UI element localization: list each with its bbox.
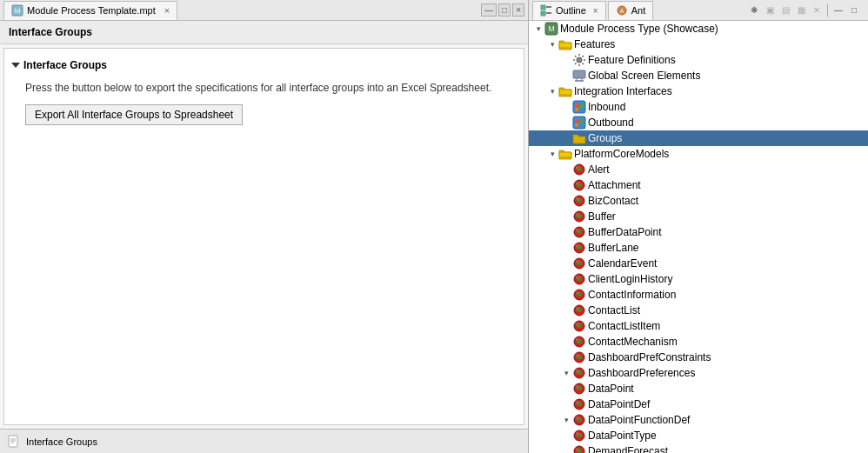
node-label-clientloginhistory: ClientLoginHistory bbox=[588, 273, 672, 285]
node-icon-datapointdef bbox=[572, 397, 586, 411]
tree-node-calendarevent[interactable]: CalendarEvent bbox=[529, 256, 868, 271]
tree-node-contactmechanism[interactable]: ContactMechanism bbox=[529, 334, 868, 350]
toolbar-minimize[interactable]: — bbox=[831, 3, 845, 17]
export-button[interactable]: Export All Interface Groups to Spreadshe… bbox=[25, 104, 243, 125]
tree-node-outbound[interactable]: Outbound bbox=[529, 115, 868, 130]
tree-node-contactinformation[interactable]: ContactInformation bbox=[529, 287, 868, 303]
node-icon-dashboardprefconstraints bbox=[572, 350, 586, 364]
tab-outline[interactable]: Outline × bbox=[532, 1, 606, 20]
collapse-icon-datapointfunctiondef[interactable]: ▾ bbox=[560, 414, 572, 426]
tree-node-features[interactable]: ▾ Features bbox=[529, 37, 868, 52]
svg-rect-53 bbox=[577, 292, 582, 296]
tree-node-bufferdatapoint[interactable]: BufferDataPoint bbox=[529, 224, 868, 240]
no-expand-groups bbox=[560, 132, 572, 144]
node-icon-feature-definitions bbox=[572, 53, 586, 67]
svg-rect-25 bbox=[580, 119, 583, 124]
tree-node-platformcoremodels[interactable]: ▾ PlatformCoreModels bbox=[529, 146, 868, 162]
tree-node-buffer[interactable]: Buffer bbox=[529, 209, 868, 224]
tree-node-dashboardpreferences[interactable]: ▾ DashboardPreferences bbox=[529, 365, 868, 381]
tree-node-bufferlane[interactable]: BufferLane bbox=[529, 240, 868, 256]
tree-node-integration-interfaces[interactable]: ▾ Integration Interfaces bbox=[529, 83, 868, 99]
svg-rect-50 bbox=[577, 276, 582, 281]
no-expand-alert bbox=[560, 163, 572, 176]
collapse-icon[interactable] bbox=[11, 63, 20, 68]
node-label-global-screen-elements: Global Screen Elements bbox=[588, 70, 700, 82]
collapse-icon-integration-interfaces[interactable]: ▾ bbox=[546, 85, 558, 97]
svg-text:M: M bbox=[15, 7, 21, 15]
tree-node-module-process-type[interactable]: ▾ M Module Process Type (Showcase) bbox=[529, 21, 868, 37]
toolbar-maximize[interactable]: □ bbox=[847, 3, 861, 17]
svg-rect-7 bbox=[541, 11, 545, 16]
svg-rect-15 bbox=[573, 70, 585, 78]
mpt-tab[interactable]: M Module Process Template.mpt × bbox=[3, 1, 177, 20]
tree-node-datapointfunctiondef[interactable]: ▾ DataPointFunctionDef bbox=[529, 412, 868, 428]
node-icon-global-screen-elements bbox=[572, 69, 586, 83]
tree-node-contactlistitem[interactable]: ContactListItem bbox=[529, 318, 868, 334]
tree-node-datapointtype[interactable]: DataPointType bbox=[529, 428, 868, 443]
node-icon-platformcoremodels bbox=[558, 147, 572, 161]
node-label-demandforecast: DemandForecast bbox=[588, 445, 668, 453]
right-toolbar: ❋ ▣ ▤ ▦ ✕ — □ bbox=[744, 3, 865, 17]
toolbar-icon-4[interactable]: ▦ bbox=[794, 3, 808, 17]
toolbar-icon-1[interactable]: ❋ bbox=[747, 3, 761, 17]
node-label-bizcontact: BizContact bbox=[588, 195, 638, 207]
node-icon-buffer bbox=[572, 210, 586, 223]
node-icon-features bbox=[558, 37, 572, 51]
tree-node-feature-definitions[interactable]: Feature Definitions bbox=[529, 52, 868, 68]
collapse-icon-dashboardpreferences[interactable]: ▾ bbox=[560, 367, 572, 379]
tree-node-inbound[interactable]: Inbound bbox=[529, 99, 868, 115]
svg-point-14 bbox=[577, 57, 582, 63]
outline-tree[interactable]: ▾ M Module Process Type (Showcase) ▾ Fea… bbox=[529, 21, 868, 453]
svg-rect-23 bbox=[573, 117, 585, 129]
maximize-button[interactable]: □ bbox=[498, 3, 511, 17]
tab-ant[interactable]: A Ant bbox=[608, 1, 654, 20]
tree-node-dashboardprefconstraints[interactable]: DashboardPrefConstraints bbox=[529, 350, 868, 365]
outline-tab-close[interactable]: × bbox=[593, 6, 598, 16]
collapse-icon-features[interactable]: ▾ bbox=[546, 38, 558, 50]
toolbar-icon-2[interactable]: ▣ bbox=[763, 3, 777, 17]
svg-rect-47 bbox=[577, 261, 582, 265]
minimize-button[interactable]: — bbox=[481, 3, 497, 17]
node-label-alert: Alert bbox=[588, 163, 610, 176]
close-button[interactable]: × bbox=[512, 3, 524, 17]
no-expand-bizcontact bbox=[560, 195, 572, 207]
collapse-icon-platformcoremodels[interactable]: ▾ bbox=[546, 148, 558, 160]
svg-rect-56 bbox=[577, 308, 582, 312]
tree-node-clientloginhistory[interactable]: ClientLoginHistory bbox=[529, 271, 868, 287]
left-bottom-bar: Interface Groups bbox=[0, 429, 528, 453]
mpt-tab-close[interactable]: × bbox=[164, 5, 170, 16]
left-panel-title: Interface Groups bbox=[0, 21, 528, 44]
tree-node-contactlist[interactable]: ContactList bbox=[529, 303, 868, 318]
tree-node-alert[interactable]: Alert bbox=[529, 162, 868, 177]
svg-rect-44 bbox=[577, 245, 582, 250]
tree-node-attachment[interactable]: Attachment bbox=[529, 177, 868, 193]
node-icon-datapoint bbox=[572, 382, 586, 396]
node-icon-module-process-type: M bbox=[544, 22, 558, 36]
node-label-platformcoremodels: PlatformCoreModels bbox=[574, 148, 669, 160]
collapse-icon-module-process-type[interactable]: ▾ bbox=[532, 23, 544, 35]
no-expand-attachment bbox=[560, 179, 572, 191]
tree-node-datapointdef[interactable]: DataPointDef bbox=[529, 396, 868, 412]
node-label-features: Features bbox=[574, 38, 615, 50]
outline-tab-icon bbox=[540, 4, 552, 17]
bottom-label: Interface Groups bbox=[26, 436, 97, 447]
svg-rect-59 bbox=[577, 323, 582, 328]
tree-node-groups[interactable]: Groups bbox=[529, 130, 868, 146]
toolbar-icon-3[interactable]: ▤ bbox=[778, 3, 792, 17]
toolbar-icon-5[interactable]: ✕ bbox=[810, 3, 824, 17]
node-label-contactinformation: ContactInformation bbox=[588, 289, 676, 301]
tree-node-demandforecast[interactable]: DemandForecast bbox=[529, 443, 868, 453]
section-header: Interface Groups bbox=[11, 56, 517, 75]
left-tab-bar: M Module Process Template.mpt × — □ × bbox=[0, 0, 528, 21]
node-icon-groups bbox=[572, 131, 586, 145]
svg-rect-65 bbox=[577, 355, 582, 359]
node-label-datapointdef: DataPointDef bbox=[588, 398, 650, 410]
tree-node-bizcontact[interactable]: BizContact bbox=[529, 193, 868, 209]
tree-node-global-screen-elements[interactable]: Global Screen Elements bbox=[529, 68, 868, 83]
svg-rect-32 bbox=[577, 183, 582, 187]
section-title: Interface Groups bbox=[23, 59, 107, 71]
no-expand-buffer bbox=[560, 210, 572, 223]
node-icon-contactmechanism bbox=[572, 335, 586, 349]
node-label-contactmechanism: ContactMechanism bbox=[588, 336, 678, 348]
tree-node-datapoint[interactable]: DataPoint bbox=[529, 381, 868, 396]
